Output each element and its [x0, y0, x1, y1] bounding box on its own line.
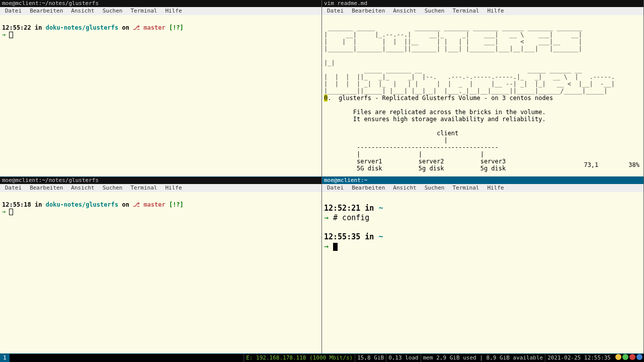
prompt-branch: master — [143, 24, 169, 31]
menu-item-bearbeiten[interactable]: Bearbeiten — [26, 7, 67, 15]
prompt-branch: master — [143, 201, 169, 208]
menu-item-ansicht[interactable]: Ansicht — [67, 184, 98, 192]
menu-item-hilfe[interactable]: Hilfe — [483, 7, 508, 15]
menu-item-suchen[interactable]: Suchen — [99, 7, 127, 15]
menu-item-terminal[interactable]: Terminal — [448, 7, 483, 15]
menu-item-datei[interactable]: Datei — [1, 7, 26, 15]
vim-statusline: 73,138% — [555, 154, 639, 175]
tray-icon-0[interactable] — [615, 354, 621, 360]
menu-item-hilfe[interactable]: Hilfe — [161, 7, 186, 15]
prompt-in: in — [31, 24, 46, 31]
vim-body-text: Files are replicated across the bricks i… — [324, 109, 546, 172]
cursor-outline — [9, 209, 13, 215]
menu-item-suchen[interactable]: Suchen — [99, 184, 127, 192]
prompt-time: 12:52:21 — [324, 204, 360, 213]
menu-item-bearbeiten[interactable]: Bearbeiten — [348, 184, 389, 192]
prompt-on: on — [118, 201, 133, 208]
prompt-path: doku-notes/glusterfs — [46, 24, 119, 31]
tray-icon-1[interactable] — [622, 354, 628, 360]
menubar-bl: DateiBearbeitenAnsichtSuchenTerminalHilf… — [0, 184, 321, 192]
prompt-on: on — [118, 24, 133, 31]
ascii-banner: _______ _____ _______ _______ _______ __… — [324, 24, 615, 95]
vim-cursor-position: 73,1 — [584, 161, 598, 168]
status-load: 0,13 load — [386, 354, 421, 362]
titlebar-br: moe@mclient:~ — [322, 177, 643, 184]
status-network: E: 192.168.178.118 (1000 Mbit/s) — [244, 354, 355, 362]
titlebar-tl: moe@mclient:~/notes/glusterfs — [0, 0, 321, 7]
menubar-br: DateiBearbeitenAnsichtSuchenTerminalHilf… — [322, 184, 643, 192]
menu-item-terminal[interactable]: Terminal — [126, 184, 161, 192]
menu-item-bearbeiten[interactable]: Bearbeiten — [348, 7, 389, 15]
branch-glyph: ⎇ — [133, 201, 143, 208]
prompt-time: 12:55:18 — [2, 201, 31, 208]
workspace-indicator[interactable]: 1 — [0, 354, 10, 362]
prompt-arrow: → — [324, 213, 333, 222]
branch-glyph: ⎇ — [133, 24, 143, 31]
tray-icon-2[interactable] — [629, 354, 635, 360]
prompt-arrow: → — [2, 31, 9, 38]
menubar-tr: DateiBearbeitenAnsichtSuchenTerminalHilf… — [322, 7, 643, 15]
pane-bottom-left: moe@mclient:~/notes/glusterfs DateiBearb… — [0, 177, 322, 354]
menu-item-suchen[interactable]: Suchen — [421, 7, 449, 15]
menu-item-datei[interactable]: Datei — [1, 184, 26, 192]
terminal-tl[interactable]: 12:55:22 in doku-notes/glusterfs on ⎇ ma… — [0, 15, 321, 176]
menu-item-suchen[interactable]: Suchen — [421, 184, 449, 192]
command-text: # config — [333, 213, 369, 222]
prompt-path: ~ — [378, 232, 383, 241]
i3-statusbar: 1 E: 192.168.178.118 (1000 Mbit/s) 15,8 … — [0, 354, 644, 362]
menu-item-hilfe[interactable]: Hilfe — [161, 184, 186, 192]
menu-item-datei[interactable]: Datei — [323, 184, 348, 192]
status-right-group: E: 192.168.178.118 (1000 Mbit/s) 15,8 Gi… — [244, 354, 643, 362]
status-disk: 15,8 GiB — [355, 354, 386, 362]
prompt-arrow: → — [2, 208, 9, 215]
menu-item-ansicht[interactable]: Ansicht — [389, 184, 420, 192]
prompt-path: ~ — [378, 204, 383, 213]
menu-item-bearbeiten[interactable]: Bearbeiten — [26, 184, 67, 192]
terminal-br[interactable]: 12:52:21 in ~ → # config 12:55:35 in ~ → — [322, 192, 643, 353]
prompt-arrow: → — [324, 242, 333, 251]
menu-item-terminal[interactable]: Terminal — [126, 7, 161, 15]
titlebar-tr: vim readme.md — [322, 0, 643, 7]
menu-item-terminal[interactable]: Terminal — [448, 184, 483, 192]
vim-editor[interactable]: _______ _____ _______ _______ _______ __… — [322, 15, 643, 176]
pane-bottom-right: moe@mclient:~ DateiBearbeitenAnsichtSuch… — [322, 177, 644, 354]
menu-item-hilfe[interactable]: Hilfe — [483, 184, 508, 192]
prompt-status: [!?] — [169, 24, 184, 31]
menubar-tl: DateiBearbeitenAnsichtSuchenTerminalHilf… — [0, 7, 321, 15]
prompt-in: in — [31, 201, 46, 208]
status-datetime: 2021-02-25 12:55:35 — [545, 354, 613, 362]
vim-heading-line: . glusterfs - Replicated Glusterfs Volum… — [328, 95, 553, 102]
titlebar-bl: moe@mclient:~/notes/glusterfs — [0, 177, 321, 184]
cursor-block — [333, 243, 338, 251]
menu-item-ansicht[interactable]: Ansicht — [67, 7, 98, 15]
prompt-time: 12:55:22 — [2, 24, 31, 31]
status-memory: mem 2,9 GiB used | 8,9 GiB available — [421, 354, 545, 362]
vim-scroll-percent: 38% — [628, 161, 639, 168]
prompt-in: in — [360, 204, 378, 213]
prompt-path: doku-notes/glusterfs — [46, 201, 119, 208]
system-tray — [613, 354, 643, 363]
tray-icon-3[interactable] — [636, 354, 642, 360]
menu-item-ansicht[interactable]: Ansicht — [389, 7, 420, 15]
pane-top-right: vim readme.md DateiBearbeitenAnsichtSuch… — [322, 0, 644, 177]
prompt-time: 12:55:35 — [324, 232, 360, 241]
prompt-in: in — [360, 232, 378, 241]
menu-item-datei[interactable]: Datei — [323, 7, 348, 15]
cursor-outline — [9, 32, 13, 38]
terminal-bl[interactable]: 12:55:18 in doku-notes/glusterfs on ⎇ ma… — [0, 192, 321, 353]
pane-top-left: moe@mclient:~/notes/glusterfs DateiBearb… — [0, 0, 322, 177]
prompt-status: [!?] — [169, 201, 184, 208]
